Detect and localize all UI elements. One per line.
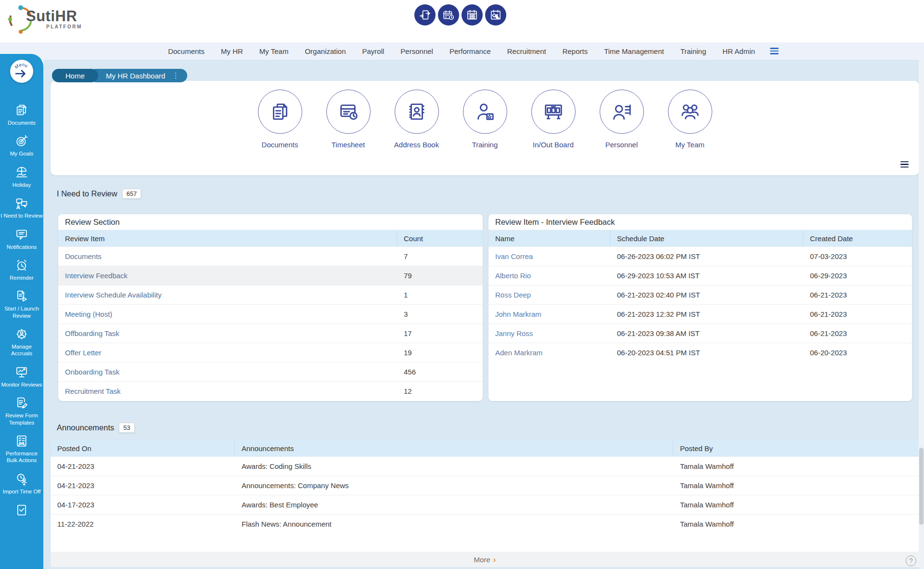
- review-row[interactable]: Interview Feedback 79: [58, 266, 483, 285]
- col-posted-on[interactable]: Posted On: [51, 440, 235, 456]
- more-button[interactable]: More ›: [51, 552, 919, 567]
- nav-personnel[interactable]: Personnel: [392, 47, 441, 55]
- announcements-header: Posted On Announcements Posted By: [51, 440, 919, 456]
- timesheet-icon: [337, 101, 359, 123]
- quick-link-documents[interactable]: Documents: [253, 90, 307, 149]
- in-out-board-icon: [542, 101, 565, 123]
- help-button[interactable]: ?: [906, 556, 916, 566]
- nav-hamburger-icon[interactable]: [770, 48, 779, 54]
- sidebar-item-manage-accruals[interactable]: Manage Accruals: [0, 327, 43, 357]
- col-announcements[interactable]: Announcements: [235, 440, 673, 456]
- quick-link-training[interactable]: Training: [458, 90, 512, 149]
- announcement-row[interactable]: 04-21-2023 Awards: Coding Skills Tamala …: [51, 456, 919, 476]
- form-pencil-icon: [15, 396, 28, 410]
- main-nav: Documents My HR My Team Organization Pay…: [0, 42, 924, 60]
- page-scrollbar-thumb[interactable]: [919, 448, 924, 525]
- nav-performance[interactable]: Performance: [441, 47, 499, 55]
- import-time-icon: [15, 472, 28, 486]
- review-row[interactable]: Recruitment Task 12: [58, 381, 483, 401]
- documents-icon: [269, 101, 291, 123]
- brand-platform-label: PLATFORM: [46, 24, 82, 29]
- sidebar-item-holiday[interactable]: Holiday: [0, 166, 43, 188]
- col-count[interactable]: Count: [397, 230, 483, 246]
- personnel-icon: [611, 101, 633, 123]
- nav-reports[interactable]: Reports: [554, 47, 596, 55]
- left-sidebar: Menu Documents My Goals Holiday I Need t…: [0, 54, 43, 569]
- nav-documents[interactable]: Documents: [160, 47, 213, 55]
- punch-in-out-icon[interactable]: [414, 4, 436, 26]
- quick-link-in-out-board[interactable]: In/Out Board: [526, 90, 580, 149]
- main-content: Home My HR Dashboard ⋮ Documents Timeshe…: [43, 60, 924, 569]
- interview-feedback-header: Name Schedule Date Created Date: [488, 230, 912, 246]
- sidebar-item-monitor-reviews[interactable]: Monitor Reviews: [0, 365, 43, 388]
- col-created-date[interactable]: Created Date: [803, 230, 912, 246]
- sidebar-item-import-time-off[interactable]: Import Time Off: [0, 472, 43, 495]
- announcement-row[interactable]: 11-22-2022 Flash News: Announcement Tama…: [51, 514, 919, 533]
- col-schedule-date[interactable]: Schedule Date: [610, 230, 803, 246]
- sidebar-item-notifications[interactable]: Notifications: [0, 228, 43, 250]
- beach-icon: [15, 166, 28, 179]
- tab-my-hr-dashboard[interactable]: My HR Dashboard ⋮: [90, 69, 187, 82]
- review-row[interactable]: Documents 7: [58, 246, 483, 266]
- notification-bubble-icon: [15, 228, 28, 241]
- start-review-icon: [15, 289, 28, 303]
- page-scrollbar-track: [919, 60, 924, 569]
- announcement-row[interactable]: 04-21-2023 Announcements: Company News T…: [51, 476, 919, 495]
- announcements-table: Posted On Announcements Posted By 04-21-…: [51, 440, 919, 552]
- quick-link-my-team[interactable]: My Team: [663, 90, 717, 149]
- col-review-item[interactable]: Review Item: [58, 230, 397, 246]
- nav-my-hr[interactable]: My HR: [213, 47, 251, 55]
- alarm-clock-icon: [15, 259, 28, 272]
- sidebar-item-performance-bulk-actions[interactable]: Performance Bulk Actions: [0, 434, 43, 464]
- review-section-header: Review Item Count: [58, 230, 483, 246]
- nav-hr-admin[interactable]: HR Admin: [714, 47, 763, 55]
- col-posted-by[interactable]: Posted By: [673, 440, 919, 456]
- sidebar-item-partial[interactable]: [0, 503, 43, 517]
- nav-my-team[interactable]: My Team: [251, 47, 297, 55]
- review-section-title: Review Section: [58, 214, 483, 230]
- sidebar-item-start-launch-review[interactable]: Start / Launch Review: [0, 289, 43, 319]
- feedback-row[interactable]: Ross Deep 06-21-2023 02:40 PM IST 06-21-…: [488, 285, 912, 304]
- announcement-row[interactable]: 04-17-2023 Awards: Best Employee Tamala …: [51, 495, 919, 514]
- menu-button[interactable]: Menu: [10, 60, 33, 83]
- timesheet-clock-icon[interactable]: [438, 4, 459, 26]
- shift-schedule-icon[interactable]: [485, 4, 506, 26]
- review-section-panel: Review Section Review Item Count Documen…: [58, 214, 483, 401]
- interview-feedback-title: Review Item - Interview Feedback: [488, 214, 912, 230]
- calendar-icon[interactable]: [462, 4, 483, 26]
- feedback-row[interactable]: John Markram 06-21-2023 12:32 PM IST 06-…: [488, 304, 912, 323]
- sidebar-item-my-goals[interactable]: My Goals: [0, 134, 43, 157]
- review-chat-icon: [15, 196, 28, 210]
- nav-time-management[interactable]: Time Management: [596, 47, 672, 55]
- feedback-row[interactable]: Aden Markram 06-20-2023 04:51 PM IST 06-…: [488, 343, 912, 362]
- tab-options-icon[interactable]: ⋮: [172, 71, 180, 80]
- nav-training[interactable]: Training: [672, 47, 715, 55]
- nav-payroll[interactable]: Payroll: [354, 47, 393, 55]
- feedback-row[interactable]: Janny Ross 06-21-2023 09:38 AM IST 06-21…: [488, 323, 912, 343]
- nav-recruitment[interactable]: Recruitment: [499, 47, 554, 55]
- review-row[interactable]: Meeting (Host) 3: [58, 304, 483, 323]
- sidebar-item-i-need-to-review[interactable]: I Need to Review: [0, 196, 43, 219]
- review-heading-title: I Need to Review: [57, 189, 117, 198]
- svg-text:Menu: Menu: [13, 62, 29, 70]
- sidebar-item-documents[interactable]: Documents: [0, 103, 43, 126]
- review-row[interactable]: Offboarding Task 17: [58, 323, 483, 343]
- quick-panel-menu-icon[interactable]: [900, 161, 909, 168]
- interview-feedback-panel: Review Item - Interview Feedback Name Sc…: [488, 214, 912, 401]
- hr-dashboard-page: SutiHR PLATFORM Documents My HR My Team …: [0, 0, 924, 569]
- col-name[interactable]: Name: [488, 230, 610, 246]
- tab-home[interactable]: Home: [52, 69, 98, 82]
- feedback-row[interactable]: Alberto Rio 06-29-2023 10:53 AM IST 06-2…: [488, 266, 912, 285]
- quick-link-personnel[interactable]: Personnel: [595, 90, 649, 149]
- feedback-row[interactable]: Ivan Correa 06-26-2023 06:02 PM IST 07-0…: [488, 246, 912, 266]
- nav-organization[interactable]: Organization: [296, 47, 354, 55]
- review-row[interactable]: Interview Schedule Availability 1: [58, 285, 483, 304]
- sidebar-item-review-form-templates[interactable]: Review Form Templates: [0, 396, 43, 426]
- review-row[interactable]: Onboarding Task 456: [58, 362, 483, 381]
- quick-link-timesheet[interactable]: Timesheet: [321, 90, 375, 149]
- quick-link-address-book[interactable]: Address Book: [390, 90, 444, 149]
- monitor-chart-icon: [15, 365, 28, 379]
- target-icon: [15, 134, 28, 148]
- sidebar-item-reminder[interactable]: Reminder: [0, 259, 43, 281]
- review-row[interactable]: Offer Letter 19: [58, 343, 483, 362]
